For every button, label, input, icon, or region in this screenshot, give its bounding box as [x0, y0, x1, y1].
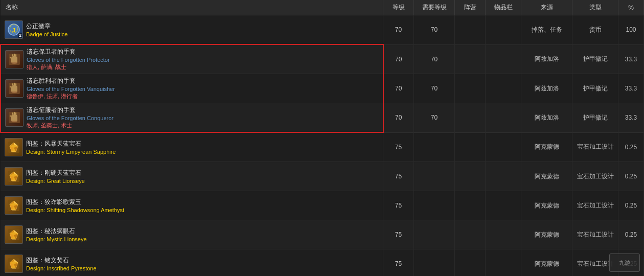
- item-type: 护甲徽记: [572, 74, 618, 103]
- item-zh-name: 图鉴：风暴天蓝宝石: [26, 140, 116, 148]
- table-row[interactable]: 遗忘保卫者的手套 Gloves of the Forgotten Protect…: [1, 44, 644, 74]
- item-level: 75: [383, 191, 414, 220]
- item-level: 75: [383, 249, 414, 277]
- item-level: 70: [383, 103, 414, 133]
- item-en-name: Design: Shifting Shadowsong Amethyst: [26, 207, 124, 213]
- item-type: 护甲徽记: [572, 103, 618, 133]
- item-slot: [486, 220, 521, 249]
- table-row[interactable]: 遗忘征服者的手套 Gloves of the Forgotten Conquer…: [1, 103, 644, 133]
- item-name-cell: J 2 公正徽章 Badge of Justice: [1, 15, 383, 45]
- item-name-cell: 遗忘保卫者的手套 Gloves of the Forgotten Protect…: [1, 44, 383, 74]
- item-faction: [455, 15, 486, 45]
- item-name-cell: 图鉴：风暴天蓝宝石 Design: Stormy Empyrean Sapphi…: [1, 132, 383, 162]
- watermark: 九游: [609, 254, 640, 272]
- item-en-name: Gloves of the Forgotten Protector: [27, 57, 110, 63]
- table-row[interactable]: 图鉴：铭文焚石 Design: Inscribed Pyrestone 75 阿…: [1, 249, 644, 277]
- item-name-cell: 图鉴：狡诈影歌紫玉 Design: Shifting Shadowsong Am…: [1, 191, 383, 220]
- item-slot: [486, 15, 521, 45]
- item-req-level: [414, 132, 455, 162]
- item-slot: [486, 103, 521, 133]
- item-faction: [455, 74, 486, 103]
- item-name-cell: 遗忘征服者的手套 Gloves of the Forgotten Conquer…: [1, 103, 383, 133]
- item-faction: [455, 249, 486, 277]
- item-source: 阿兹加洛: [521, 103, 572, 133]
- table-row[interactable]: 图鉴：秘法狮眼石 Design: Mystic Lionseye 75 阿克蒙德…: [1, 220, 644, 249]
- item-source: 掉落、任务: [521, 15, 572, 45]
- col-header-req: 需要等级: [414, 0, 455, 15]
- item-zh-name: 图鉴：秘法狮眼石: [26, 227, 87, 236]
- item-req-level: [414, 162, 455, 191]
- item-pct: 0.25: [618, 132, 644, 162]
- item-pct: 100: [618, 15, 644, 45]
- item-req-level: 70: [414, 103, 455, 133]
- table-header-row: 名称 等级 需要等级 阵营 物品栏 来源 类型 %: [1, 0, 644, 15]
- item-slot: [486, 132, 521, 162]
- item-pct: 33.3: [618, 44, 644, 74]
- item-faction: [455, 132, 486, 162]
- item-type: 宝石加工设计: [572, 191, 618, 220]
- item-slot: [486, 249, 521, 277]
- item-zh-name: 图鉴：刚硬天蓝宝石: [26, 169, 85, 177]
- item-sub: 牧师, 圣骑士, 术士: [27, 122, 113, 129]
- item-req-level: 70: [414, 74, 455, 103]
- item-en-name: Gloves of the Forgotten Conqueror: [27, 115, 113, 121]
- table-row[interactable]: 遗忘胜利者的手套 Gloves of the Forgotten Vanquis…: [1, 74, 644, 103]
- col-header-source: 来源: [521, 0, 572, 15]
- item-type: 宝石加工设计: [572, 132, 618, 162]
- col-header-slot: 物品栏: [486, 0, 521, 15]
- item-slot: [486, 44, 521, 74]
- item-level: 75: [383, 220, 414, 249]
- item-faction: [455, 191, 486, 220]
- item-req-level: [414, 191, 455, 220]
- item-slot: [486, 74, 521, 103]
- item-level: 70: [383, 15, 414, 45]
- col-header-pct: %: [618, 0, 644, 15]
- item-req-level: 70: [414, 15, 455, 45]
- item-name-cell: 图鉴：刚硬天蓝宝石 Design: Great Lionseye: [1, 162, 383, 191]
- item-type: 宝石加工设计: [572, 162, 618, 191]
- item-pct: 0.25: [618, 220, 644, 249]
- item-zh-name: 遗忘保卫者的手套: [27, 48, 110, 56]
- item-level: 75: [383, 162, 414, 191]
- item-type: 护甲徽记: [572, 44, 618, 74]
- item-faction: [455, 44, 486, 74]
- item-level: 70: [383, 44, 414, 74]
- item-source: 阿克蒙德: [521, 249, 572, 277]
- item-slot: [486, 191, 521, 220]
- main-table-container: 名称 等级 需要等级 阵营 物品栏 来源 类型 % J 2 公正徽章: [0, 0, 644, 276]
- item-zh-name: 公正徽章: [26, 22, 67, 31]
- table-row[interactable]: J 2 公正徽章 Badge of Justice 70 70 掉落、任务 货币…: [1, 15, 644, 45]
- item-sub: 德鲁伊, 法师, 潜行者: [27, 93, 115, 100]
- item-en-name: Design: Stormy Empyrean Sapphire: [26, 149, 116, 155]
- item-en-name: Design: Great Lionseye: [26, 178, 85, 184]
- col-header-type: 类型: [572, 0, 618, 15]
- item-pct: 33.3: [618, 103, 644, 133]
- item-pct: 0.25: [618, 162, 644, 191]
- table-row[interactable]: 图鉴：刚硬天蓝宝石 Design: Great Lionseye 75 阿克蒙德…: [1, 162, 644, 191]
- item-name-cell: 图鉴：铭文焚石 Design: Inscribed Pyrestone: [1, 249, 383, 277]
- item-faction: [455, 220, 486, 249]
- table-row[interactable]: 图鉴：狡诈影歌紫玉 Design: Shifting Shadowsong Am…: [1, 191, 644, 220]
- item-en-name: Design: Inscribed Pyrestone: [26, 265, 97, 271]
- item-source: 阿兹加洛: [521, 74, 572, 103]
- item-sub: 猎人, 萨满, 战士: [27, 63, 110, 71]
- item-slot: [486, 162, 521, 191]
- col-header-level: 等级: [383, 0, 414, 15]
- item-zh-name: 图鉴：狡诈影歌紫玉: [26, 198, 124, 206]
- item-source: 阿克蒙德: [521, 191, 572, 220]
- col-header-name: 名称: [1, 0, 383, 15]
- table-row[interactable]: 图鉴：风暴天蓝宝石 Design: Stormy Empyrean Sapphi…: [1, 132, 644, 162]
- item-zh-name: 遗忘胜利者的手套: [27, 77, 115, 85]
- item-source: 阿克蒙德: [521, 220, 572, 249]
- item-type: 宝石加工设计: [572, 220, 618, 249]
- svg-text:J: J: [12, 27, 15, 33]
- item-req-level: 70: [414, 44, 455, 74]
- item-type: 货币: [572, 15, 618, 45]
- item-faction: [455, 162, 486, 191]
- item-req-level: [414, 249, 455, 277]
- item-en-name: Gloves of the Forgotten Vanquisher: [27, 86, 115, 92]
- item-pct: 33.3: [618, 74, 644, 103]
- item-name-cell: 遗忘胜利者的手套 Gloves of the Forgotten Vanquis…: [1, 74, 383, 103]
- item-source: 阿兹加洛: [521, 44, 572, 74]
- item-req-level: [414, 220, 455, 249]
